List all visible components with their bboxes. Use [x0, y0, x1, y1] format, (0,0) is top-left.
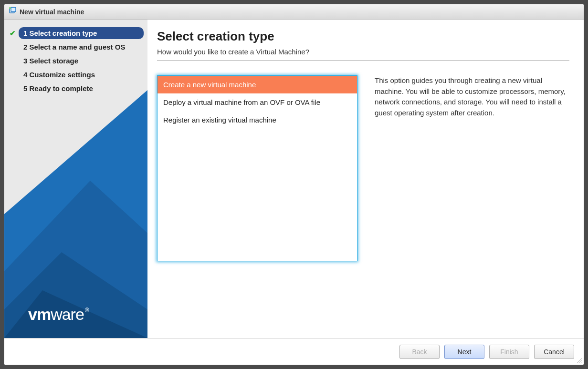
step-select-storage[interactable]: 3 Select storage [8, 55, 144, 67]
step-label: 1 Select creation type [19, 27, 144, 39]
svg-rect-1 [11, 7, 16, 11]
step-label: 4 Customize settings [19, 69, 144, 81]
check-icon: ✔ [8, 29, 17, 38]
resize-grip[interactable] [577, 358, 582, 363]
content-row: Create a new virtual machine Deploy a vi… [157, 75, 569, 328]
page-subtitle: How would you like to create a Virtual M… [157, 48, 569, 61]
step-customize-settings[interactable]: 4 Customize settings [8, 69, 144, 81]
wizard-sidebar: ✔ 1 Select creation type 2 Select a name… [4, 20, 147, 338]
wizard-footer: Back Next Finish Cancel [4, 338, 584, 365]
page-heading: Select creation type [157, 29, 569, 44]
step-label: 2 Select a name and guest OS [19, 41, 144, 53]
wizard-dialog: New virtual machine ✔ 1 Select creation … [4, 4, 584, 365]
step-label: 5 Ready to complete [19, 82, 144, 94]
next-button[interactable]: Next [444, 345, 484, 359]
creation-type-listbox[interactable]: Create a new virtual machine Deploy a vi… [157, 75, 357, 261]
option-deploy-ovf-ova[interactable]: Deploy a virtual machine from an OVF or … [158, 93, 357, 111]
step-select-name-guest-os[interactable]: 2 Select a name and guest OS [8, 41, 144, 53]
option-register-existing-vm[interactable]: Register an existing virtual machine [158, 111, 357, 129]
wizard-steps: ✔ 1 Select creation type 2 Select a name… [4, 20, 147, 100]
finish-button[interactable]: Finish [489, 345, 529, 359]
step-label: 3 Select storage [19, 55, 144, 67]
dialog-body: ✔ 1 Select creation type 2 Select a name… [4, 20, 584, 338]
vmware-logo: vmware® [28, 305, 89, 324]
back-button[interactable]: Back [399, 345, 440, 359]
vm-icon [8, 7, 17, 17]
option-create-new-vm[interactable]: Create a new virtual machine [158, 76, 357, 93]
option-description: This option guides you through creating … [375, 75, 569, 118]
cancel-button[interactable]: Cancel [534, 345, 574, 359]
titlebar: New virtual machine [4, 4, 584, 20]
sidebar-decoration [4, 90, 147, 338]
window-title: New virtual machine [20, 8, 84, 16]
step-ready-to-complete[interactable]: 5 Ready to complete [8, 82, 144, 94]
step-select-creation-type[interactable]: ✔ 1 Select creation type [8, 27, 144, 39]
wizard-main: Select creation type How would you like … [147, 20, 584, 338]
